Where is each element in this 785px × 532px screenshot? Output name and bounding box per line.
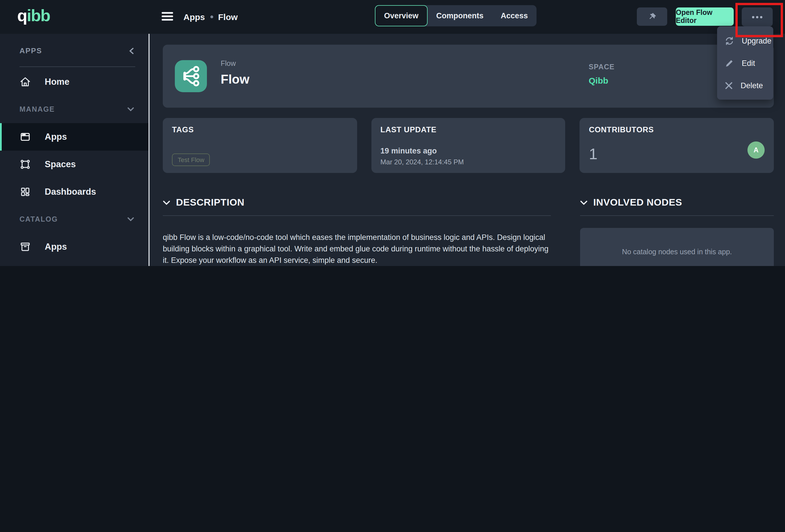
sidebar-item-label: Home [45,77,69,87]
sidebar-nav: Home MANAGE Apps Spaces Dashboards CATAL… [0,68,149,266]
sidebar-section-catalog[interactable]: CATALOG [0,206,149,233]
tab-access[interactable]: Access [492,5,536,26]
sidebar-item-nodes[interactable]: Nodes [0,261,149,266]
breadcrumb-flow: Flow [218,12,237,22]
collapse-sidebar-icon[interactable] [129,47,134,54]
chevron-down-icon [127,217,134,222]
right-column: INVOLVED NODES No catalog nodes used in … [580,197,774,266]
tab-overview[interactable]: Overview [375,5,428,26]
menu-item-label: Upgrade [742,37,771,45]
menu-item-edit[interactable]: Edit [717,52,773,75]
chevron-down-icon [127,107,134,112]
involved-nodes-empty-message: No catalog nodes used in this app. [622,248,732,256]
home-icon [20,76,31,88]
pin-button[interactable] [637,7,667,26]
tab-components[interactable]: Components [428,5,492,26]
sidebar-item-home[interactable]: Home [0,68,149,96]
upgrade-icon [725,36,734,46]
sidebar-item-spaces[interactable]: Spaces [0,151,149,178]
contributors-title: CONTRIBUTORS [589,126,765,134]
sidebar-content-divider [149,34,150,266]
description-text: qibb Flow is a low-code/no-code tool whi… [163,232,551,266]
catalog-apps-icon [20,241,31,252]
space-label: SPACE [589,63,614,71]
last-update-timestamp: Mar 20, 2024, 12:14:45 PM [380,158,464,166]
involved-nodes-title: INVOLVED NODES [593,197,682,209]
last-update-card: LAST UPDATE 19 minutes ago Mar 20, 2024,… [371,118,565,173]
involved-nodes-empty-card: No catalog nodes used in this app. [580,228,774,266]
summary-cards: TAGS Test Flow LAST UPDATE 19 minutes ag… [163,118,774,173]
contributors-card: CONTRIBUTORS 1 A [580,118,774,173]
section-divider [163,215,551,216]
sidebar-apps-label: APPS [20,46,42,55]
open-flow-editor-button[interactable]: Open Flow Editor [676,7,734,26]
chevron-down-icon[interactable] [580,200,587,205]
tags-card: TAGS Test Flow [163,118,357,173]
app-header-card: Flow Flow SPACE Qibb [163,45,774,108]
main-content: Flow Flow SPACE Qibb TAGS Test Flow LAST… [163,45,774,266]
tag-chip[interactable]: Test Flow [172,154,210,166]
sidebar-item-apps-manage[interactable]: Apps [0,123,149,151]
breadcrumb: Apps Flow [183,0,237,34]
menu-item-label: Edit [742,59,755,68]
more-actions-button[interactable] [742,7,773,26]
contributors-count: 1 [589,145,598,163]
left-column: DESCRIPTION qibb Flow is a low-code/no-c… [163,197,551,266]
app-type-label: Flow [221,59,236,68]
dashboards-icon [20,186,31,197]
qibb-logo[interactable]: qibb [17,6,50,25]
pin-icon [647,12,657,22]
section-divider [580,215,774,216]
space-link[interactable]: Qibb [589,76,608,85]
sidebar-divider [20,66,135,67]
breadcrumb-apps[interactable]: Apps [183,12,205,22]
menu-item-upgrade[interactable]: Upgrade [717,30,773,52]
page-tabs: Overview Components Access [375,5,536,26]
more-actions-menu: Upgrade Edit Delete [717,26,773,100]
breadcrumb-separator-icon [210,16,213,18]
spaces-icon [20,159,31,170]
contributor-avatar[interactable]: A [748,141,765,159]
sidebar-apps-header: APPS [0,34,149,55]
sidebar: APPS Home MANAGE Apps Spaces D [0,34,149,266]
hamburger-menu-icon[interactable] [162,12,173,21]
edit-icon [725,58,734,68]
menu-item-label: Delete [740,81,763,90]
description-title: DESCRIPTION [176,197,245,209]
sidebar-section-manage[interactable]: MANAGE [0,96,149,123]
top-bar: qibb Apps Flow Overview Components Acces… [0,0,785,34]
apps-window-icon [20,131,31,142]
ellipsis-icon [752,16,754,18]
description-section: DESCRIPTION qibb Flow is a low-code/no-c… [163,197,551,266]
involved-nodes-section: INVOLVED NODES No catalog nodes used in … [580,197,774,266]
menu-item-delete[interactable]: Delete [717,75,773,97]
sidebar-item-apps-catalog[interactable]: Apps [0,233,149,261]
chevron-down-icon[interactable] [163,200,170,205]
logo-q: q [17,6,27,25]
page-title: Flow [221,72,249,87]
delete-icon [725,81,733,90]
tags-title: TAGS [172,126,348,134]
last-update-relative: 19 minutes ago [380,147,437,155]
flow-app-icon [175,60,207,92]
logo-ibb: ibb [27,6,50,25]
sidebar-item-dashboards[interactable]: Dashboards [0,178,149,206]
last-update-title: LAST UPDATE [380,126,556,134]
app-window: qibb Apps Flow Overview Components Acces… [0,0,785,266]
